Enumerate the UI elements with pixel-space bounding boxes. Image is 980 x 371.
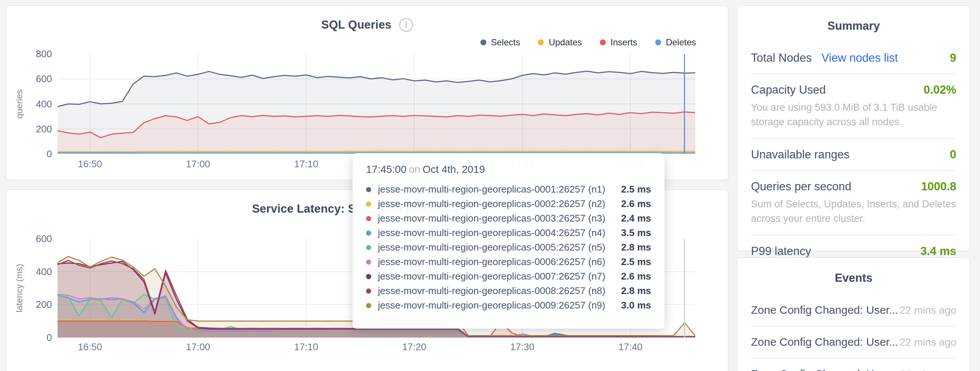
- tooltip-row: jesse-movr-multi-region-georeplicas-0005…: [366, 240, 651, 255]
- series-dot: [366, 230, 371, 236]
- sql-queries-plot[interactable]: [57, 54, 695, 154]
- y-tick: 600: [0, 73, 52, 85]
- latency-value: 2.8 ms: [614, 241, 651, 253]
- y-tick: 200: [0, 123, 52, 134]
- y-tick: 0: [0, 332, 52, 344]
- tooltip-timestamp: 17:45:00onOct 4th, 2019: [366, 163, 651, 176]
- series-dot: [366, 187, 371, 192]
- latency-value: 3.0 ms: [614, 300, 651, 311]
- capacity-used-row: Capacity Used 0.02% You are using 593.0 …: [751, 74, 956, 139]
- tooltip-row: jesse-movr-multi-region-georeplicas-0008…: [366, 284, 651, 298]
- series-dot: [366, 201, 371, 207]
- queries-per-second-label: Queries per second: [751, 180, 851, 193]
- latency-value: 2.6 ms: [614, 198, 651, 209]
- event-time: 22 mins ago: [899, 336, 956, 348]
- node-name: jesse-movr-multi-region-georeplicas-0005…: [378, 241, 614, 253]
- total-nodes-row: Total Nodes View nodes list 9: [751, 42, 956, 74]
- info-icon[interactable]: i: [399, 18, 413, 32]
- node-name: jesse-movr-multi-region-georeplicas-0003…: [378, 213, 614, 224]
- events-panel: Events Zone Config Changed: User...22 mi…: [737, 257, 970, 371]
- x-tick: 17:00: [186, 341, 210, 353]
- x-tick: 17:30: [511, 341, 535, 353]
- latency-value: 3.5 ms: [614, 227, 651, 239]
- sql-queries-title: SQL Queries: [321, 18, 391, 32]
- total-nodes-label: Total Nodes: [751, 51, 812, 65]
- event-name: Zone Config Changed: User...: [751, 336, 898, 348]
- x-tick: 17:00: [186, 158, 210, 170]
- series-dot: [366, 288, 371, 294]
- latency-value: 2.6 ms: [614, 270, 651, 282]
- series-dot: [366, 274, 371, 279]
- summary-panel: Summary Total Nodes View nodes list 9 Ca…: [737, 5, 970, 251]
- legend-item-updates[interactable]: Updates: [538, 37, 582, 48]
- tooltip-row: jesse-movr-multi-region-georeplicas-0004…: [366, 225, 651, 240]
- node-name: jesse-movr-multi-region-georeplicas-0001…: [378, 184, 614, 195]
- event-row[interactable]: Zone Config Changed: User...22 mins ago: [751, 358, 956, 371]
- series-dot: [366, 259, 371, 265]
- legend-label: Selects: [491, 37, 520, 48]
- tooltip-row: jesse-movr-multi-region-georeplicas-0003…: [366, 211, 651, 225]
- view-nodes-list-link[interactable]: View nodes list: [821, 51, 898, 65]
- series-dot: [366, 245, 371, 250]
- series-dot: [366, 216, 371, 221]
- node-name: jesse-movr-multi-region-georeplicas-0004…: [378, 227, 614, 239]
- event-name: Zone Config Changed: User...: [751, 304, 898, 317]
- total-nodes-value: 9: [950, 51, 956, 65]
- capacity-used-label: Capacity Used: [751, 83, 826, 97]
- x-tick: 16:50: [78, 158, 102, 170]
- legend-dot: [480, 39, 486, 45]
- legend-item-deletes[interactable]: Deletes: [655, 37, 696, 48]
- tooltip-time: 17:45:00: [366, 163, 406, 175]
- queries-per-second-description: Sum of Selects, Updates, Inserts, and De…: [751, 197, 956, 226]
- tooltip-row: jesse-movr-multi-region-georeplicas-0006…: [366, 255, 651, 269]
- y-tick: 400: [0, 98, 52, 110]
- unavailable-ranges-label: Unavailable ranges: [751, 148, 850, 162]
- capacity-used-value: 0.02%: [924, 83, 956, 97]
- latency-value: 2.5 ms: [614, 184, 651, 195]
- latency-value: 2.5 ms: [614, 256, 651, 268]
- legend-label: Updates: [549, 37, 582, 48]
- queries-per-second-value: 1000.8: [921, 180, 956, 193]
- x-tick: 17:10: [294, 341, 318, 353]
- legend-item-selects[interactable]: Selects: [480, 37, 520, 48]
- tooltip-row: jesse-movr-multi-region-georeplicas-0009…: [366, 298, 651, 313]
- event-row[interactable]: Zone Config Changed: User...22 mins ago: [751, 326, 956, 358]
- legend-dot: [655, 39, 661, 45]
- tooltip-rows: jesse-movr-multi-region-georeplicas-0001…: [366, 182, 651, 313]
- y-tick: 200: [0, 299, 52, 310]
- tooltip-row: jesse-movr-multi-region-georeplicas-0001…: [366, 182, 651, 197]
- chart-hover-tooltip: 17:45:00onOct 4th, 2019 jesse-movr-multi…: [353, 153, 665, 329]
- tooltip-on: on: [406, 163, 422, 175]
- chart-legend: SelectsUpdatesInsertsDeletes: [6, 37, 696, 48]
- sql-queries-header: SQL Queries i: [6, 18, 729, 32]
- x-tick: 16:50: [78, 341, 102, 353]
- y-tick: 0: [0, 148, 52, 160]
- event-row[interactable]: Zone Config Changed: User...22 mins ago: [751, 294, 956, 326]
- legend-dot: [600, 39, 606, 45]
- capacity-used-description: You are using 593.0 MiB of 3.1 TiB usabl…: [751, 101, 956, 130]
- node-name: jesse-movr-multi-region-georeplicas-0007…: [378, 270, 614, 282]
- y-tick: 400: [0, 266, 52, 277]
- latency-value: 2.8 ms: [614, 285, 651, 297]
- tooltip-row: jesse-movr-multi-region-georeplicas-0007…: [366, 269, 651, 284]
- latency-value: 2.4 ms: [614, 213, 651, 224]
- node-name: jesse-movr-multi-region-georeplicas-0006…: [378, 256, 614, 268]
- legend-item-inserts[interactable]: Inserts: [600, 37, 637, 48]
- legend-label: Inserts: [611, 37, 637, 48]
- unavailable-ranges-value: 0: [950, 148, 956, 162]
- y-tick: 800: [0, 48, 52, 60]
- node-name: jesse-movr-multi-region-georeplicas-0008…: [378, 285, 614, 297]
- unavailable-ranges-row: Unavailable ranges 0: [751, 139, 956, 171]
- summary-title: Summary: [751, 19, 956, 33]
- legend-label: Deletes: [666, 37, 696, 48]
- legend-dot: [538, 39, 544, 45]
- x-tick: 17:40: [619, 341, 643, 353]
- node-name: jesse-movr-multi-region-georeplicas-0002…: [378, 198, 614, 209]
- p99-latency-label: P99 latency: [751, 245, 811, 258]
- p99-latency-value: 3.4 ms: [920, 245, 956, 258]
- x-tick: 17:20: [402, 341, 426, 353]
- event-name: Zone Config Changed: User...: [751, 368, 898, 371]
- events-title: Events: [751, 271, 956, 285]
- tooltip-date: Oct 4th, 2019: [422, 163, 485, 175]
- tooltip-row: jesse-movr-multi-region-georeplicas-0002…: [366, 197, 651, 211]
